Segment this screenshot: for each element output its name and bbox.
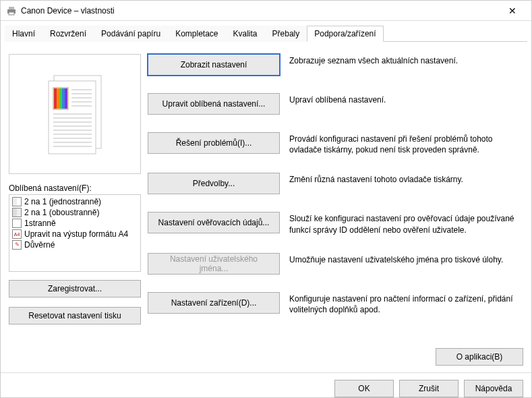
username-settings-desc: Umožňuje nastavení uživatelského jména p… [289, 253, 503, 265]
list-item-label: 1stranně [24, 219, 56, 228]
ok-button[interactable]: OK [334, 380, 394, 397]
page-preview-icon [45, 74, 105, 154]
printer-icon [6, 5, 17, 16]
close-button[interactable]: ✕ [499, 5, 526, 16]
svg-rect-8 [62, 88, 65, 109]
svg-rect-2 [9, 12, 14, 15]
preferences-desc: Změní různá nastavení tohoto ovladače ti… [289, 173, 463, 185]
list-item[interactable]: A4 Upravit na výstup formátu A4 [11, 229, 139, 239]
favorites-listbox[interactable]: 2 na 1 (jednostranně) 2 na 1 (oboustrann… [9, 194, 141, 272]
svg-rect-5 [54, 88, 57, 109]
tab-kvalita[interactable]: Kvalita [226, 26, 265, 42]
list-item[interactable]: 2 na 1 (jednostranně) [11, 196, 139, 207]
tab-rozvrzeni[interactable]: Rozvržení [42, 26, 94, 42]
page-preview [9, 54, 141, 174]
list-item-label: 2 na 1 (jednostranně) [24, 197, 101, 206]
list-item[interactable]: ✎ Důvěrné [11, 239, 139, 250]
layout-2on1-icon [12, 197, 22, 206]
dialog-footer: OK Zrušit Nápověda [1, 372, 531, 398]
edit-favorites-desc: Upraví oblíbená nastavení. [289, 93, 386, 105]
svg-rect-6 [57, 88, 59, 109]
layout-2on1-duplex-icon [12, 208, 22, 217]
tab-prebaly[interactable]: Přebaly [265, 26, 307, 42]
svg-rect-7 [59, 88, 62, 109]
left-column: Oblíbená nastavení(F): 2 na 1 (jednostra… [9, 54, 141, 366]
troubleshooting-button[interactable]: Řešení problémů(I)... [148, 132, 280, 154]
troubleshooting-desc: Provádí konfiguraci nastavení při řešení… [289, 132, 523, 155]
a4-icon: A4 [12, 229, 22, 239]
tab-content: Oblíbená nastavení(F): 2 na 1 (jednostra… [1, 42, 531, 372]
show-settings-desc: Zobrazuje seznam všech aktuálních nastav… [289, 54, 458, 66]
cancel-button[interactable]: Zrušit [399, 380, 459, 397]
layout-1sided-icon [12, 219, 22, 228]
tab-strip: Hlavní Rozvržení Podávání papíru Komplet… [5, 25, 527, 42]
edit-favorites-button[interactable]: Upravit oblíbená nastavení... [148, 93, 280, 115]
window-title: Canon Device – vlastnosti [21, 6, 499, 16]
device-settings-button[interactable]: Nastavení zařízení(D)... [148, 292, 280, 314]
about-button[interactable]: O aplikaci(B) [436, 348, 523, 366]
svg-rect-1 [9, 7, 14, 9]
right-column: Zobrazit nastavení Zobrazuje seznam všec… [148, 54, 523, 366]
list-item[interactable]: 2 na 1 (oboustranně) [11, 207, 139, 218]
titlebar: Canon Device – vlastnosti ✕ [1, 1, 531, 21]
device-settings-desc: Konfiguruje nastavení pro načtení inform… [289, 292, 523, 315]
reset-print-settings-button[interactable]: Resetovat nastavení tisku [9, 307, 141, 324]
list-item[interactable]: 1stranně [11, 218, 139, 229]
list-item-label: Důvěrné [24, 240, 55, 250]
favorites-label: Oblíbená nastavení(F): [9, 183, 141, 193]
tab-podpora-zarizeni[interactable]: Podpora/zařízení [307, 26, 383, 42]
list-item-label: Upravit na výstup formátu A4 [24, 229, 128, 239]
auth-settings-desc: Slouží ke konfiguraci nastavení pro ověř… [289, 212, 523, 235]
left-buttons: Zaregistrovat... Resetovat nastavení tis… [9, 280, 141, 324]
username-settings-button: Nastavení uživatelského jména... [148, 253, 280, 275]
tab-kompletace[interactable]: Kompletace [168, 26, 225, 42]
auth-settings-button[interactable]: Nastavení ověřovacích údajů... [148, 212, 280, 233]
help-button[interactable]: Nápověda [464, 380, 523, 397]
list-item-label: 2 na 1 (oboustranně) [24, 208, 99, 217]
confidential-icon: ✎ [12, 240, 22, 250]
svg-rect-9 [65, 88, 67, 109]
tab-hlavni[interactable]: Hlavní [5, 26, 42, 42]
show-settings-button[interactable]: Zobrazit nastavení [148, 54, 280, 76]
tab-podavani-papiru[interactable]: Podávání papíru [94, 26, 168, 42]
preferences-button[interactable]: Předvolby... [148, 173, 280, 194]
register-button[interactable]: Zaregistrovat... [9, 280, 141, 297]
